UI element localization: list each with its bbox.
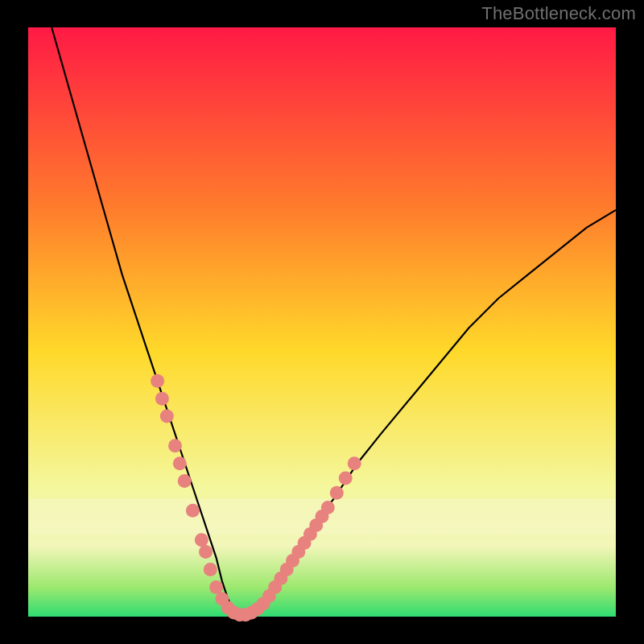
bead <box>339 472 353 485</box>
bead <box>173 456 187 470</box>
bead <box>204 563 217 576</box>
bead <box>321 501 335 514</box>
bead <box>155 392 169 406</box>
bead <box>209 580 223 594</box>
bead <box>160 410 174 423</box>
bead <box>178 474 192 488</box>
bead <box>195 533 208 547</box>
chart-stage: TheBottleneck.com <box>0 0 644 644</box>
watermark-text: TheBottleneck.com <box>481 3 636 24</box>
bead <box>151 374 164 388</box>
bead <box>168 439 182 452</box>
bottleneck-chart-svg <box>0 0 644 644</box>
bead <box>199 545 213 559</box>
bead <box>186 504 200 518</box>
bead <box>330 486 344 500</box>
bead <box>348 456 361 470</box>
